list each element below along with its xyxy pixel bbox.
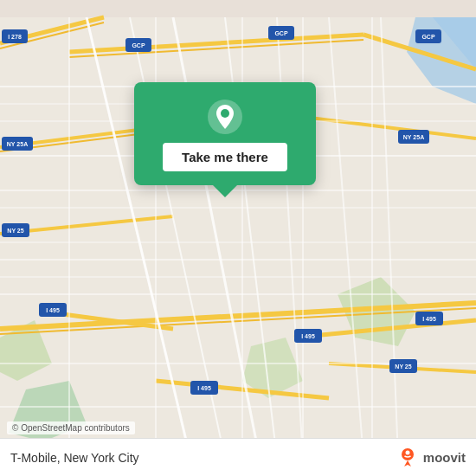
svg-text:GCP: GCP — [132, 42, 145, 48]
moovit-brand-text: moovit — [423, 450, 466, 465]
location-pin-icon — [206, 98, 244, 136]
svg-text:I 495: I 495 — [422, 316, 436, 322]
svg-text:I 495: I 495 — [46, 307, 60, 313]
bottom-bar: T-Mobile, New York City moovit — [0, 438, 476, 476]
map-background: I 278 GCP GCP GCP NY 25A NY 25A NY 25 NY… — [0, 0, 476, 476]
svg-text:I 495: I 495 — [197, 385, 211, 391]
svg-point-71 — [221, 109, 229, 118]
svg-text:NY 25A: NY 25A — [403, 134, 424, 140]
svg-text:I 278: I 278 — [8, 34, 22, 40]
svg-text:NY 25A: NY 25A — [7, 141, 28, 147]
svg-text:I 495: I 495 — [301, 333, 315, 339]
take-me-there-button[interactable]: Take me there — [163, 143, 287, 171]
location-card: Take me there — [134, 82, 316, 185]
moovit-logo: moovit — [396, 446, 466, 470]
osm-attribution: © OpenStreetMap contributors — [7, 421, 135, 434]
svg-text:GCP: GCP — [274, 30, 288, 36]
moovit-brand-icon — [396, 446, 420, 470]
svg-text:NY 25: NY 25 — [7, 228, 23, 234]
svg-text:NY 25: NY 25 — [395, 363, 411, 370]
map-container: I 278 GCP GCP GCP NY 25A NY 25A NY 25 NY… — [0, 0, 476, 476]
svg-text:GCP: GCP — [421, 34, 435, 40]
svg-point-74 — [405, 450, 409, 454]
location-label: T-Mobile, New York City — [10, 451, 139, 465]
